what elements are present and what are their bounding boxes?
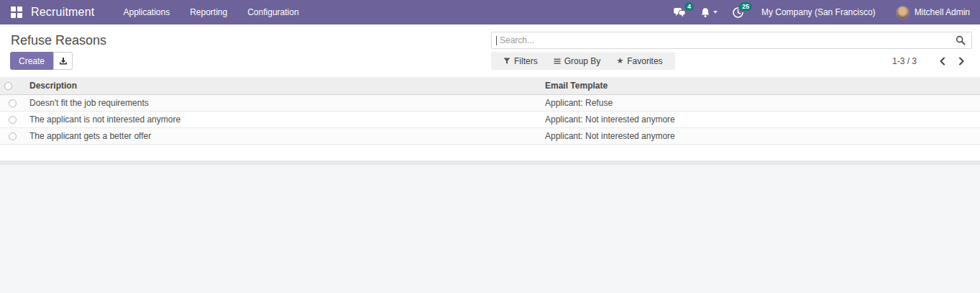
search-button[interactable] <box>950 32 971 48</box>
chevron-down-icon <box>713 11 718 14</box>
search-options-bar: Filters Group By ★ Favorites <box>491 52 675 70</box>
menu-reporting[interactable]: Reporting <box>180 0 237 24</box>
chevron-right-icon <box>958 57 965 66</box>
pager-range: 1-3 / 3 <box>892 56 917 66</box>
content-shadow <box>0 161 980 165</box>
top-navbar: Recruitment Applications Reporting Confi… <box>0 0 980 24</box>
group-by-label: Group By <box>564 56 601 66</box>
export-button[interactable] <box>53 52 73 70</box>
table-row[interactable]: The applicant is not interested anymore … <box>0 112 980 128</box>
activities-badge: 25 <box>739 2 752 11</box>
refuse-reasons-table: Description Email Template Doesn't fit t… <box>0 77 980 145</box>
cell-description[interactable]: The applicant is not interested anymore <box>25 112 541 128</box>
pager-previous-button[interactable] <box>933 54 952 68</box>
column-header-description[interactable]: Description <box>25 77 541 95</box>
menu-configuration[interactable]: Configuration <box>237 0 308 24</box>
cell-email-template[interactable]: Applicant: Not interested anymore <box>541 128 980 145</box>
star-icon: ★ <box>616 57 623 65</box>
row-checkbox[interactable] <box>9 132 17 140</box>
row-checkbox[interactable] <box>9 99 17 107</box>
group-by-button[interactable]: Group By <box>546 56 609 66</box>
activities-button[interactable]: 25 <box>725 2 751 23</box>
sheet-bottom-spacer <box>0 145 980 161</box>
app-name[interactable]: Recruitment <box>31 6 94 19</box>
chat-bubbles-icon <box>673 6 686 18</box>
search-input[interactable] <box>497 35 950 45</box>
filter-funnel-icon <box>503 58 510 65</box>
notifications-button[interactable] <box>693 3 725 22</box>
search-box <box>491 32 972 49</box>
cell-email-template[interactable]: Applicant: Not interested anymore <box>541 112 980 128</box>
row-checkbox[interactable] <box>9 116 17 124</box>
content-area: Refuse Reasons Create <box>0 24 980 161</box>
table-row[interactable]: Doesn't fit the job requirements Applica… <box>0 95 980 112</box>
company-switcher[interactable]: My Company (San Francisco) <box>751 7 886 17</box>
cell-description[interactable]: The applicant gets a better offer <box>25 128 541 145</box>
menu-applications[interactable]: Applications <box>113 0 180 24</box>
search-icon <box>956 35 966 45</box>
table-row[interactable]: The applicant gets a better offer Applic… <box>0 128 980 145</box>
user-menu[interactable]: Mitchell Admin <box>896 6 973 19</box>
table-header-row: Description Email Template <box>0 77 980 95</box>
create-button[interactable]: Create <box>10 52 53 70</box>
select-all-checkbox[interactable] <box>4 82 12 90</box>
avatar <box>896 6 910 19</box>
apps-menu-icon[interactable] <box>11 6 22 18</box>
favorites-label: Favorites <box>627 56 662 66</box>
filters-label: Filters <box>514 56 538 66</box>
download-icon <box>59 57 68 66</box>
cell-email-template[interactable]: Applicant: Refuse <box>541 95 980 112</box>
pager: 1-3 / 3 <box>892 52 971 70</box>
control-panel: Refuse Reasons Create <box>0 24 980 77</box>
bell-icon <box>700 7 710 18</box>
user-name: Mitchell Admin <box>915 7 970 17</box>
filters-button[interactable]: Filters <box>495 56 546 66</box>
favorites-button[interactable]: ★ Favorites <box>608 56 670 66</box>
bars-icon <box>554 58 561 65</box>
messages-button[interactable]: 4 <box>666 2 693 22</box>
chevron-left-icon <box>939 57 945 66</box>
column-header-email-template[interactable]: Email Template <box>541 77 980 95</box>
page-title: Refuse Reasons <box>11 33 106 48</box>
pager-next-button[interactable] <box>952 54 971 68</box>
cell-description[interactable]: Doesn't fit the job requirements <box>25 95 541 112</box>
